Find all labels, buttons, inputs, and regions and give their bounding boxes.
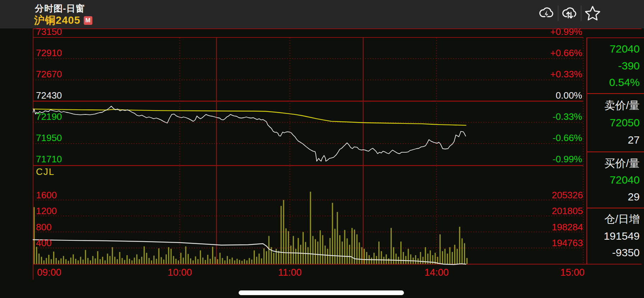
volume-bar <box>107 254 108 264</box>
volume-bar <box>447 254 448 264</box>
chart-canvas[interactable] <box>0 0 644 298</box>
volume-bar <box>442 251 443 264</box>
trading-app-screen: 分时图-日窗 沪铜2405 M <box>0 0 644 298</box>
volume-bar <box>246 260 247 264</box>
volume-bar <box>422 257 423 264</box>
volume-bar <box>148 258 150 264</box>
volume-bar <box>408 249 409 264</box>
quote-value: 0.54% <box>609 77 644 88</box>
volume-bar <box>405 256 406 264</box>
volume-bar <box>254 250 255 264</box>
volume-bar <box>393 247 394 264</box>
volume-bar <box>207 255 208 264</box>
volume-bar <box>126 255 128 264</box>
volume-bar <box>166 254 167 264</box>
volume-bar <box>136 254 137 264</box>
volume-bar <box>227 256 228 264</box>
volume-bar <box>378 241 380 264</box>
volume-bar <box>342 241 343 264</box>
volume-bar <box>170 249 171 264</box>
volume-bar <box>129 259 130 264</box>
volume-bar <box>105 260 106 264</box>
volume-bar <box>466 258 468 264</box>
volume-bar <box>312 236 313 264</box>
volume-bar <box>457 249 458 264</box>
volume-bar <box>298 238 299 264</box>
volume-bar <box>53 252 54 264</box>
volume-bar <box>92 256 93 264</box>
volume-bar <box>251 259 252 264</box>
volume-bar <box>239 260 240 264</box>
volume-bar <box>38 254 40 264</box>
volume-bar <box>153 256 155 264</box>
volume-bar <box>266 251 267 264</box>
volume-bar <box>349 245 350 264</box>
volume-bar <box>268 236 270 264</box>
home-indicator[interactable] <box>239 290 404 295</box>
volume-bar <box>273 253 274 264</box>
volume-bar <box>339 235 340 264</box>
volume-bar <box>381 251 382 264</box>
volume-bar <box>403 252 404 264</box>
volume-bar <box>48 255 49 264</box>
volume-bar <box>344 230 345 264</box>
volume-bar <box>276 249 277 264</box>
volume-bar <box>195 256 196 264</box>
volume-bar <box>80 257 81 264</box>
price-line <box>33 106 466 161</box>
volume-bar <box>97 251 98 264</box>
volume-bar <box>364 249 365 264</box>
volume-bar <box>452 252 453 264</box>
volume-bar <box>117 259 118 264</box>
volume-bar <box>293 236 294 264</box>
volume-bar <box>283 200 284 264</box>
volume-bar <box>43 260 45 264</box>
volume-bar <box>217 259 218 264</box>
quote-value: 72040 <box>610 175 644 185</box>
volume-bar <box>249 258 250 264</box>
volume-bar <box>359 242 360 264</box>
volume-bar <box>87 258 88 264</box>
volume-bar <box>395 254 396 264</box>
volume-bar <box>139 259 140 264</box>
volume-bar <box>200 250 201 264</box>
volume-bar <box>112 247 113 264</box>
volume-bar <box>215 257 216 264</box>
volume-bar <box>330 238 331 264</box>
volume-bar <box>197 259 198 264</box>
volume-bar <box>85 250 86 264</box>
volume-bar <box>242 261 243 264</box>
volume-bar <box>33 207 34 264</box>
volume-bar <box>361 247 362 264</box>
volume-bar <box>278 251 279 264</box>
volume-bar <box>351 228 353 264</box>
panel-divider <box>587 93 644 94</box>
volume-bar <box>178 260 179 264</box>
volume-bar <box>73 254 74 264</box>
volume-bar <box>334 229 335 264</box>
volume-bar <box>175 259 176 264</box>
quote-value: 卖价/量 <box>604 100 644 111</box>
volume-bar <box>320 230 321 264</box>
volume-bar <box>158 248 159 264</box>
volume-bar <box>263 248 264 264</box>
volume-bar <box>161 257 162 264</box>
quote-panel-section: 72040-3900.54% <box>587 38 644 94</box>
volume-bar <box>288 231 289 264</box>
quote-value: 27 <box>628 135 644 145</box>
quote-panel-section: 卖价/量7205027 <box>587 94 644 152</box>
volume-bar <box>295 249 296 264</box>
volume-bar <box>119 252 120 264</box>
volume-bar <box>300 245 301 264</box>
volume-bar <box>90 260 91 264</box>
volume-bar <box>124 260 125 264</box>
volume-bar <box>60 258 61 264</box>
volume-bar <box>163 259 164 264</box>
volume-bar <box>427 254 428 264</box>
volume-bar <box>229 259 230 264</box>
volume-bar <box>285 228 286 264</box>
volume-bar <box>70 258 71 264</box>
quote-value: -390 <box>618 60 644 71</box>
volume-bar <box>346 238 348 264</box>
volume-bar <box>168 247 169 264</box>
